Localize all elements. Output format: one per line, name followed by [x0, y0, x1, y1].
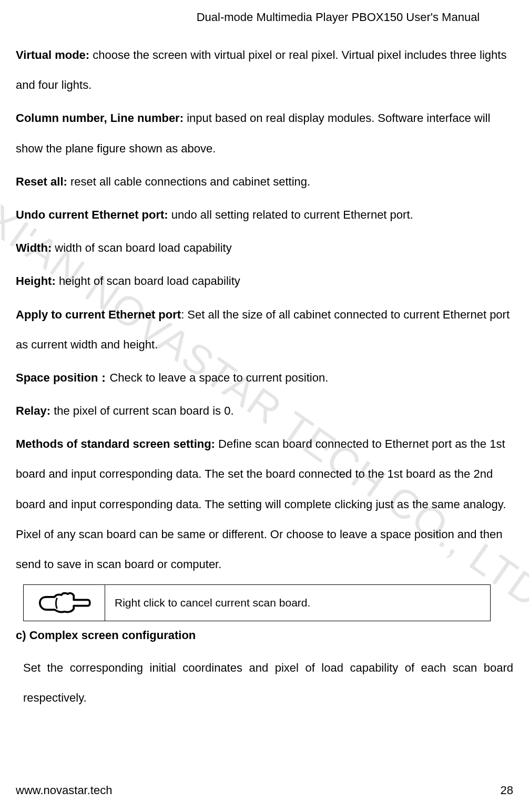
desc: reset all cable connections and cabinet …: [67, 175, 310, 188]
desc: Define scan board connected to Ethernet …: [16, 437, 506, 571]
term: Methods of standard screen setting:: [16, 437, 215, 450]
term: Reset all:: [16, 175, 67, 188]
pointing-hand-icon: [34, 588, 95, 618]
note-text-cell: Right click to cancel current scan board…: [105, 585, 491, 621]
def-reset-all: Reset all: reset all cable connections a…: [16, 167, 513, 197]
def-width: Width: width of scan board load capabili…: [16, 233, 513, 263]
page-header-title: Dual-mode Multimedia Player PBOX150 User…: [16, 11, 513, 24]
note-table: Right click to cancel current scan board…: [23, 584, 491, 621]
note-icon-cell: [24, 585, 105, 621]
desc: the pixel of current scan board is 0.: [50, 404, 234, 417]
def-column-line: Column number, Line number: input based …: [16, 103, 513, 163]
body-content: Virtual mode: choose the screen with vir…: [16, 40, 513, 579]
term: Space position：: [16, 371, 109, 384]
section-heading-complex: c) Complex screen configuration: [16, 629, 513, 642]
term: Height:: [16, 274, 56, 287]
def-undo-port: Undo current Ethernet port: undo all set…: [16, 200, 513, 230]
desc: height of scan board load capability: [56, 274, 240, 287]
def-height: Height: height of scan board load capabi…: [16, 266, 513, 296]
def-space-position: Space position：Check to leave a space to…: [16, 363, 513, 393]
desc: width of scan board load capability: [52, 241, 231, 254]
note-text: Right click to cancel current scan board…: [115, 597, 310, 609]
desc: undo all setting related to current Ethe…: [168, 208, 413, 221]
footer-url: www.novastar.tech: [16, 784, 112, 797]
def-virtual-mode: Virtual mode: choose the screen with vir…: [16, 40, 513, 100]
term: Width:: [16, 241, 52, 254]
term: Relay:: [16, 404, 50, 417]
document-page: XI'AN NOVASTAR TECH CO., LTD Dual-mode M…: [0, 0, 529, 812]
footer-page-number: 28: [501, 784, 513, 797]
desc: choose the screen with virtual pixel or …: [16, 48, 506, 91]
term: Apply to current Ethernet port: [16, 308, 181, 321]
page-footer: www.novastar.tech 28: [16, 784, 513, 797]
term: Column number, Line number:: [16, 111, 184, 125]
def-methods: Methods of standard screen setting: Defi…: [16, 429, 513, 579]
def-apply-port: Apply to current Ethernet port: Set all …: [16, 300, 513, 359]
section-paragraph: Set the corresponding initial coordinate…: [23, 653, 513, 713]
desc: Check to leave a space to current positi…: [109, 371, 328, 384]
def-relay: Relay: the pixel of current scan board i…: [16, 396, 513, 426]
term: Undo current Ethernet port:: [16, 208, 168, 221]
term: Virtual mode:: [16, 48, 89, 61]
